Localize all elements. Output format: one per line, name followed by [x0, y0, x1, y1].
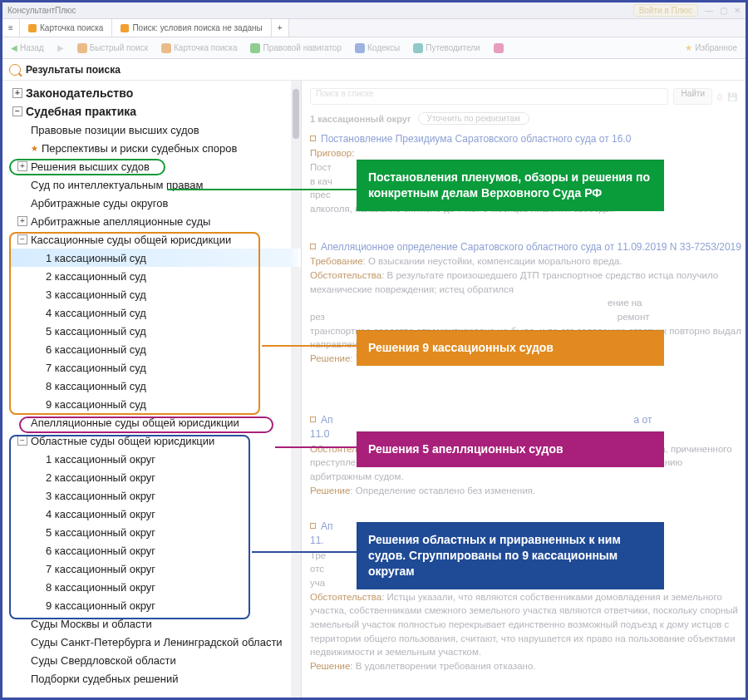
legal-navigator-button[interactable]: Правовой навигатор [247, 42, 345, 55]
tree-kass-1[interactable]: 1 кассационный суд [9, 249, 301, 267]
tree-legislation[interactable]: +Законодательство [9, 84, 301, 102]
tree-appeal-general[interactable]: Апелляционные суды общей юрисдикции [9, 413, 301, 431]
callout-oblast: Решения областных и приравненных к ним с… [357, 522, 664, 589]
search-icon [9, 64, 21, 76]
expand-icon[interactable]: + [12, 88, 22, 98]
tree-okrug-3[interactable]: 3 кассационный округ [9, 486, 301, 505]
save-icon[interactable]: 💾 [727, 92, 737, 101]
tree-kass-3[interactable]: 3 кассационный суд [9, 285, 301, 303]
tree-kass-9[interactable]: 9 кассационный суд [9, 395, 301, 413]
back-button[interactable]: ◀Назад [7, 42, 47, 54]
tree-okrug-7[interactable]: 7 кассационный округ [9, 560, 301, 578]
collapse-icon[interactable]: − [12, 106, 22, 116]
print-icon[interactable]: ⎙ [717, 92, 722, 101]
doc-icon [310, 136, 316, 141]
tree-high-courts[interactable]: +Решения высших судов [9, 157, 301, 175]
menu-button[interactable]: ≡ [2, 19, 20, 37]
tree-positions[interactable]: Правовые позиции высших судов [9, 121, 301, 139]
main-toolbar: ◀Назад ▶ Быстрый поиск Карточка поиска П… [2, 37, 746, 59]
tree-arb-okrug[interactable]: Арбитражные суды округов [9, 194, 301, 212]
refine-button[interactable]: Уточнить по реквизитам [418, 112, 529, 125]
tree-panel: +Законодательство −Судебная практика Пра… [2, 81, 302, 698]
tree-okrug-8[interactable]: 8 кассационный округ [9, 578, 301, 596]
new-tab-button[interactable]: + [272, 19, 289, 37]
tab-search-card[interactable]: Карточка поиска [20, 19, 112, 37]
breadcrumb-current: 1 кассационный округ [310, 114, 411, 124]
search-card-button[interactable]: Карточка поиска [158, 42, 240, 55]
window-titlebar: КонсультантПлюс Войти в Плюс — ▢ ✕ [2, 2, 746, 19]
codex-button[interactable]: Кодексы [352, 42, 403, 55]
tree-kass-general[interactable]: −Кассационные суды общей юрисдикции [9, 230, 301, 249]
tree-okrug-5[interactable]: 5 кассационный округ [9, 523, 301, 541]
quick-search-button[interactable]: Быстрый поиск [74, 42, 151, 55]
tree-moscow[interactable]: Суды Москвы и области [9, 614, 301, 633]
tree-kass-4[interactable]: 4 кассационный суд [9, 303, 301, 322]
tree-risks[interactable]: ★Перспективы и риски судебных споров [9, 139, 301, 157]
inline-search: Поиск в списке Найти ⎙ 💾 [310, 86, 737, 107]
tree-okrug-9[interactable]: 9 кассационный округ [9, 596, 301, 614]
fwd-button[interactable]: ▶ [54, 42, 67, 54]
inline-search-input[interactable]: Поиск в списке [310, 88, 668, 105]
tree-judicial[interactable]: −Судебная практика [9, 102, 301, 121]
inline-search-button[interactable]: Найти [673, 88, 712, 105]
tree-okrug-4[interactable]: 4 кассационный округ [9, 505, 301, 523]
expand-icon[interactable]: + [17, 216, 27, 226]
tree-okrug-6[interactable]: 6 кассационный округ [9, 541, 301, 560]
tree-oblast[interactable]: −Областные суды общей юрисдикции [9, 431, 301, 450]
doc-icon [310, 244, 316, 249]
favorites-button[interactable]: ★Избранное [682, 42, 741, 54]
tree-kass-6[interactable]: 6 кассационный суд [9, 340, 301, 358]
collapse-icon[interactable]: − [17, 234, 27, 244]
tree-collections[interactable]: Подборки судебных решений [9, 669, 301, 688]
close-icon[interactable]: ✕ [734, 6, 741, 15]
doc-icon [310, 523, 316, 529]
expand-icon[interactable]: + [17, 161, 27, 171]
tree-arb-appeal[interactable]: +Арбитражные апелляционные суды [9, 212, 301, 230]
tree-spb[interactable]: Суды Санкт-Петербурга и Ленинградской об… [9, 633, 301, 651]
tree-kass-8[interactable]: 8 кассационный суд [9, 377, 301, 395]
tab-search[interactable]: Поиск: условия поиска не заданы [112, 19, 271, 37]
tree-ip-court[interactable]: Суд по интеллектуальным правам [9, 175, 301, 194]
results-header: Результаты поиска [2, 59, 746, 81]
document-tabs: ≡ Карточка поиска Поиск: условия поиска … [2, 19, 746, 37]
login-button[interactable]: Войти в Плюс [633, 4, 698, 17]
tree-kass-5[interactable]: 5 кассационный суд [9, 322, 301, 340]
callout-high-courts: Постановления пленумов, обзоры и решения… [357, 160, 664, 211]
doc-icon [310, 417, 316, 422]
toolbar-extra [490, 42, 507, 55]
tree-okrug-2[interactable]: 2 кассационный округ [9, 468, 301, 486]
star-icon: ★ [31, 144, 38, 153]
guide-button[interactable]: Путеводители [410, 42, 483, 55]
breadcrumb: 1 кассационный округ Уточнить по реквизи… [310, 112, 737, 125]
tree-sverdlovsk[interactable]: Суды Свердловской области [9, 651, 301, 669]
tree-kass-7[interactable]: 7 кассационный суд [9, 358, 301, 377]
tree-okrug-1[interactable]: 1 кассационный округ [9, 450, 301, 468]
collapse-icon[interactable]: − [17, 436, 27, 446]
callout-appeal: Решения 5 апелляционных судов [357, 431, 664, 467]
callout-kassation: Решения 9 кассационных судов [357, 330, 664, 366]
tree-kass-2[interactable]: 2 кассационный суд [9, 267, 301, 285]
min-icon[interactable]: — [705, 6, 713, 15]
app-name: КонсультантПлюс [7, 6, 76, 15]
max-icon[interactable]: ▢ [720, 6, 727, 15]
